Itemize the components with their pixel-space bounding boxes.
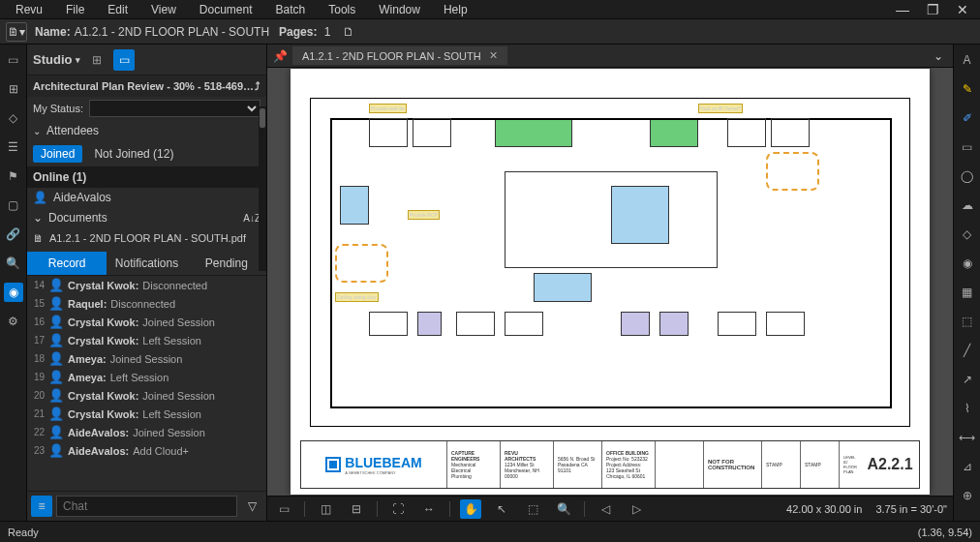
attendees-section[interactable]: ⌄ Attendees (27, 120, 266, 141)
rail-flag-icon[interactable]: ⚑ (4, 166, 23, 186)
rail-studio-icon[interactable]: ◉ (4, 283, 23, 302)
split-vertical-icon[interactable]: ◫ (315, 499, 336, 519)
record-user: AideAvalos: (68, 427, 129, 438)
scrollbar[interactable] (259, 106, 266, 271)
filter-notjoined[interactable]: Not Joined (12) (86, 145, 181, 163)
record-item[interactable]: 16👤Crystal Kwok: Joined Session (27, 313, 266, 331)
zoom-tool-icon[interactable]: 🔍 (553, 499, 574, 519)
record-action: Joined Session (133, 427, 205, 438)
studio-dropdown[interactable]: Studio▾ (33, 52, 80, 67)
tool-pen-icon[interactable]: ✐ (958, 108, 977, 128)
new-page-button[interactable]: 🗋 (338, 22, 359, 42)
record-item[interactable]: 15👤Raquel: Disconnected (27, 294, 266, 313)
menubar: Revu File Edit View Document Batch Tools… (0, 0, 980, 19)
record-item[interactable]: 18👤Ameya: Joined Session (27, 349, 266, 368)
rail-layers-icon[interactable]: ☰ (4, 137, 23, 157)
record-item[interactable]: 21👤Crystal Kwok: Left Session (27, 405, 266, 423)
close-tab-icon[interactable]: ✕ (489, 49, 498, 62)
drawing-sheet: Provide wall tile Hold on till Owner? Pr… (291, 69, 930, 495)
record-number: 19 (31, 372, 45, 382)
menu-tools[interactable]: Tools (317, 1, 367, 18)
maximize-button[interactable]: ❐ (927, 2, 939, 17)
fit-width-icon[interactable]: ↔ (418, 499, 440, 519)
rail-file-icon[interactable]: ▭ (4, 50, 23, 70)
tab-notifications[interactable]: Notifications (107, 252, 186, 275)
tool-cloud-icon[interactable]: ☁ (958, 196, 977, 215)
documents-section[interactable]: ⌄ Documents A↓Z (27, 207, 266, 228)
tab-pending[interactable]: Pending (187, 252, 266, 275)
view-single-icon[interactable]: ▭ (273, 499, 294, 519)
panel-sessions-icon[interactable]: ▭ (113, 49, 135, 71)
record-item[interactable]: 23👤AideAvalos: Add Cloud+ (27, 441, 266, 460)
record-user: Ameya: (68, 372, 107, 383)
record-item[interactable]: 17👤Crystal Kwok: Left Session (27, 331, 266, 349)
rail-settings-icon[interactable]: ⚙ (4, 312, 23, 331)
attendee-row[interactable]: 👤 AideAvalos (27, 188, 266, 207)
my-status-select[interactable] (89, 100, 260, 117)
record-action: Left Session (142, 408, 201, 420)
tool-shape-icon[interactable]: ◇ (958, 225, 977, 244)
record-action: Left Session (142, 335, 201, 346)
tool-callout-icon[interactable]: ◯ (958, 166, 977, 186)
person-icon: 👤 (48, 406, 64, 421)
pin-icon[interactable]: 📌 (267, 49, 292, 63)
close-button[interactable]: ✕ (957, 2, 968, 17)
tool-count-icon[interactable]: ⊕ (958, 486, 977, 505)
document-menu-button[interactable]: 🗎▾ (6, 22, 27, 42)
person-icon: 👤 (48, 351, 64, 366)
fit-page-icon[interactable]: ⛶ (387, 499, 409, 519)
tool-highlight-icon[interactable]: ✎ (958, 79, 977, 99)
prev-view-icon[interactable]: ◁ (595, 499, 616, 519)
tool-line-icon[interactable]: ╱ (958, 341, 977, 360)
menu-file[interactable]: File (54, 1, 96, 18)
record-item[interactable]: 22👤AideAvalos: Joined Session (27, 423, 266, 441)
tool-note-icon[interactable]: ▭ (958, 137, 977, 157)
document-canvas[interactable]: Provide wall tile Hold on till Owner? Pr… (267, 68, 953, 496)
select-tool-icon[interactable]: ↖ (491, 499, 512, 519)
split-horizontal-icon[interactable]: ⊟ (346, 499, 367, 519)
tool-crop-icon[interactable]: ⬚ (958, 312, 977, 331)
minimize-button[interactable]: — (896, 2, 909, 17)
tool-arrow-icon[interactable]: ↗ (958, 370, 977, 389)
rail-bookmarks-icon[interactable]: ◇ (4, 108, 23, 128)
record-action: Joined Session (142, 390, 215, 402)
record-number: 21 (31, 408, 45, 419)
panel-projects-icon[interactable]: ⊞ (86, 49, 107, 71)
record-item[interactable]: 20👤Crystal Kwok: Joined Session (27, 386, 266, 405)
tab-record[interactable]: Record (27, 252, 107, 275)
document-tab[interactable]: A1.2.1 - 2ND FLOOR PLAN - SOUTH ✕ (292, 46, 507, 65)
session-leave-icon[interactable]: ⤴ (255, 80, 260, 92)
menu-revu[interactable]: Revu (4, 1, 54, 18)
tool-image-icon[interactable]: ▦ (958, 283, 977, 302)
rail-link-icon[interactable]: 🔗 (4, 225, 23, 244)
chat-input[interactable] (56, 496, 237, 517)
menu-window[interactable]: Window (367, 1, 432, 18)
menu-document[interactable]: Document (188, 1, 264, 18)
zoom-rect-icon[interactable]: ⬚ (522, 499, 543, 519)
record-user: Raquel: (68, 298, 107, 310)
menu-view[interactable]: View (139, 1, 188, 18)
filter-icon[interactable]: ▽ (241, 496, 262, 517)
tool-polyline-icon[interactable]: ⌇ (958, 399, 977, 418)
rail-thumbnails-icon[interactable]: ⊞ (4, 79, 23, 99)
document-row[interactable]: 🗎 A1.2.1 - 2ND FLOOR PLAN - SOUTH.pdf (27, 228, 266, 248)
next-view-icon[interactable]: ▷ (626, 499, 647, 519)
tool-measure-icon[interactable]: ⊿ (958, 457, 977, 476)
tool-stamp-icon[interactable]: ◉ (958, 254, 977, 273)
pan-tool-icon[interactable]: ✋ (460, 499, 481, 519)
page-scale[interactable]: 3.75 in = 30'-0" (875, 503, 947, 515)
filter-joined[interactable]: Joined (33, 145, 82, 163)
rail-form-icon[interactable]: ▢ (4, 196, 23, 215)
record-item[interactable]: 14👤Crystal Kwok: Disconnected (27, 276, 266, 294)
menu-help[interactable]: Help (432, 1, 479, 18)
tool-dimension-icon[interactable]: ⟷ (958, 428, 977, 447)
menu-batch[interactable]: Batch (264, 1, 318, 18)
menu-edit[interactable]: Edit (96, 1, 139, 18)
record-action: Joined Session (110, 353, 183, 365)
chat-list-icon[interactable]: ≡ (31, 496, 52, 517)
pdf-icon: 🗎 (33, 232, 44, 244)
tab-dropdown-icon[interactable]: ⌄ (924, 49, 953, 63)
tool-text-icon[interactable]: A (958, 50, 977, 70)
record-item[interactable]: 19👤Ameya: Left Session (27, 368, 266, 386)
rail-search-icon[interactable]: 🔍 (4, 254, 23, 273)
